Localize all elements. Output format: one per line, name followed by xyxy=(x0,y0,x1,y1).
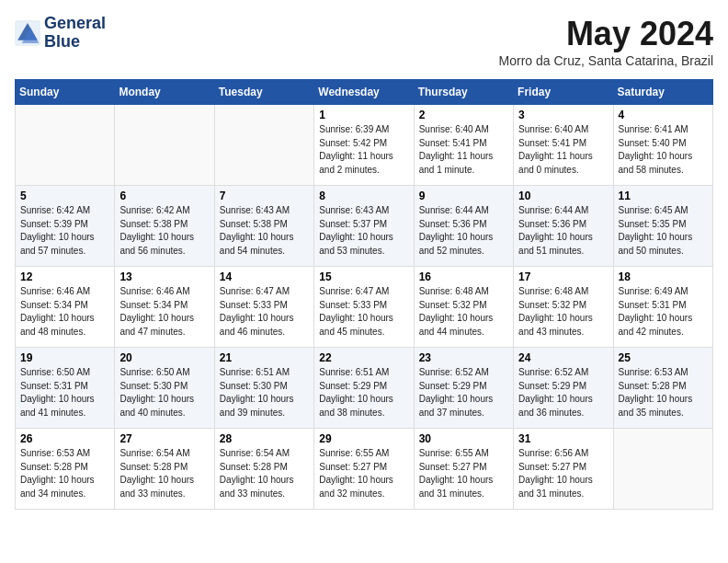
week-row: 1Sunrise: 6:39 AMSunset: 5:42 PMDaylight… xyxy=(16,105,713,186)
day-number: 24 xyxy=(518,351,608,364)
week-row: 12Sunrise: 6:46 AMSunset: 5:34 PMDayligh… xyxy=(16,267,713,348)
calendar-cell: 24Sunrise: 6:52 AMSunset: 5:29 PMDayligh… xyxy=(514,348,613,429)
day-number: 17 xyxy=(518,270,608,283)
day-number: 7 xyxy=(220,190,309,202)
day-info: Sunrise: 6:42 AMSunset: 5:39 PMDaylight:… xyxy=(20,204,109,258)
day-number: 20 xyxy=(119,351,209,364)
day-number: 23 xyxy=(419,351,508,364)
calendar-cell: 11Sunrise: 6:45 AMSunset: 5:35 PMDayligh… xyxy=(613,186,712,267)
week-row: 5Sunrise: 6:42 AMSunset: 5:39 PMDaylight… xyxy=(16,186,713,267)
day-info: Sunrise: 6:53 AMSunset: 5:28 PMDaylight:… xyxy=(20,447,109,500)
calendar-cell: 3Sunrise: 6:40 AMSunset: 5:41 PMDaylight… xyxy=(514,105,613,186)
location: Morro da Cruz, Santa Catarina, Brazil xyxy=(499,53,713,68)
calendar-cell: 14Sunrise: 6:47 AMSunset: 5:33 PMDayligh… xyxy=(214,267,313,348)
day-info: Sunrise: 6:43 AMSunset: 5:38 PMDaylight:… xyxy=(220,204,309,258)
day-info: Sunrise: 6:39 AMSunset: 5:42 PMDaylight:… xyxy=(319,123,408,177)
day-number: 30 xyxy=(419,432,508,445)
day-info: Sunrise: 6:55 AMSunset: 5:27 PMDaylight:… xyxy=(419,447,508,500)
calendar-cell xyxy=(115,105,214,186)
day-info: Sunrise: 6:53 AMSunset: 5:28 PMDaylight:… xyxy=(619,366,708,419)
week-row: 26Sunrise: 6:53 AMSunset: 5:28 PMDayligh… xyxy=(16,429,713,510)
day-info: Sunrise: 6:54 AMSunset: 5:28 PMDaylight:… xyxy=(220,447,309,500)
calendar-cell: 28Sunrise: 6:54 AMSunset: 5:28 PMDayligh… xyxy=(214,429,313,510)
day-number: 12 xyxy=(20,270,109,283)
header-row: SundayMondayTuesdayWednesdayThursdayFrid… xyxy=(16,80,713,105)
day-info: Sunrise: 6:52 AMSunset: 5:29 PMDaylight:… xyxy=(419,366,508,419)
calendar-cell: 9Sunrise: 6:44 AMSunset: 5:36 PMDaylight… xyxy=(414,186,513,267)
logo-text: General Blue xyxy=(44,15,106,52)
day-info: Sunrise: 6:52 AMSunset: 5:29 PMDaylight:… xyxy=(518,366,608,419)
calendar-cell: 22Sunrise: 6:51 AMSunset: 5:29 PMDayligh… xyxy=(314,348,414,429)
day-number: 4 xyxy=(619,109,708,121)
logo-icon xyxy=(15,20,40,46)
day-info: Sunrise: 6:44 AMSunset: 5:36 PMDaylight:… xyxy=(518,204,608,258)
calendar-cell: 17Sunrise: 6:48 AMSunset: 5:32 PMDayligh… xyxy=(514,267,613,348)
calendar-cell: 19Sunrise: 6:50 AMSunset: 5:31 PMDayligh… xyxy=(16,348,115,429)
calendar-table: SundayMondayTuesdayWednesdayThursdayFrid… xyxy=(15,79,713,510)
day-number: 18 xyxy=(619,270,708,283)
calendar-cell: 12Sunrise: 6:46 AMSunset: 5:34 PMDayligh… xyxy=(16,267,115,348)
day-number: 10 xyxy=(518,190,608,202)
calendar-cell: 10Sunrise: 6:44 AMSunset: 5:36 PMDayligh… xyxy=(514,186,613,267)
day-info: Sunrise: 6:50 AMSunset: 5:30 PMDaylight:… xyxy=(119,366,209,419)
day-number: 31 xyxy=(518,432,608,445)
day-number: 1 xyxy=(319,109,408,121)
calendar-cell: 16Sunrise: 6:48 AMSunset: 5:32 PMDayligh… xyxy=(414,267,513,348)
month-title: May 2024 xyxy=(499,15,713,53)
day-number: 22 xyxy=(319,351,408,364)
day-info: Sunrise: 6:55 AMSunset: 5:27 PMDaylight:… xyxy=(319,447,408,500)
calendar-cell: 5Sunrise: 6:42 AMSunset: 5:39 PMDaylight… xyxy=(16,186,115,267)
day-number: 27 xyxy=(119,432,209,445)
page-header: General Blue May 2024 Morro da Cruz, San… xyxy=(15,15,713,68)
day-number: 26 xyxy=(20,432,109,445)
day-number: 5 xyxy=(20,190,109,202)
day-header-thursday: Thursday xyxy=(414,80,513,105)
calendar-cell xyxy=(214,105,313,186)
calendar-cell: 1Sunrise: 6:39 AMSunset: 5:42 PMDaylight… xyxy=(314,105,414,186)
calendar-cell: 25Sunrise: 6:53 AMSunset: 5:28 PMDayligh… xyxy=(613,348,712,429)
calendar-cell xyxy=(613,429,712,510)
calendar-cell: 20Sunrise: 6:50 AMSunset: 5:30 PMDayligh… xyxy=(115,348,214,429)
day-header-friday: Friday xyxy=(514,80,613,105)
day-info: Sunrise: 6:50 AMSunset: 5:31 PMDaylight:… xyxy=(20,366,109,419)
day-header-tuesday: Tuesday xyxy=(214,80,313,105)
day-number: 15 xyxy=(319,270,408,283)
day-info: Sunrise: 6:40 AMSunset: 5:41 PMDaylight:… xyxy=(419,123,508,177)
week-row: 19Sunrise: 6:50 AMSunset: 5:31 PMDayligh… xyxy=(16,348,713,429)
day-number: 9 xyxy=(419,190,508,202)
day-info: Sunrise: 6:48 AMSunset: 5:32 PMDaylight:… xyxy=(518,285,608,339)
day-info: Sunrise: 6:56 AMSunset: 5:27 PMDaylight:… xyxy=(518,447,608,500)
day-info: Sunrise: 6:47 AMSunset: 5:33 PMDaylight:… xyxy=(220,285,309,339)
calendar-cell: 4Sunrise: 6:41 AMSunset: 5:40 PMDaylight… xyxy=(613,105,712,186)
day-info: Sunrise: 6:48 AMSunset: 5:32 PMDaylight:… xyxy=(419,285,508,339)
day-info: Sunrise: 6:45 AMSunset: 5:35 PMDaylight:… xyxy=(619,204,708,258)
day-number: 16 xyxy=(419,270,508,283)
day-info: Sunrise: 6:49 AMSunset: 5:31 PMDaylight:… xyxy=(619,285,708,339)
day-info: Sunrise: 6:40 AMSunset: 5:41 PMDaylight:… xyxy=(518,123,608,177)
calendar-cell: 23Sunrise: 6:52 AMSunset: 5:29 PMDayligh… xyxy=(414,348,513,429)
day-number: 14 xyxy=(220,270,309,283)
calendar-cell: 30Sunrise: 6:55 AMSunset: 5:27 PMDayligh… xyxy=(414,429,513,510)
calendar-cell: 6Sunrise: 6:42 AMSunset: 5:38 PMDaylight… xyxy=(115,186,214,267)
day-info: Sunrise: 6:51 AMSunset: 5:29 PMDaylight:… xyxy=(319,366,408,419)
day-header-sunday: Sunday xyxy=(16,80,115,105)
day-info: Sunrise: 6:51 AMSunset: 5:30 PMDaylight:… xyxy=(220,366,309,419)
calendar-cell: 31Sunrise: 6:56 AMSunset: 5:27 PMDayligh… xyxy=(514,429,613,510)
day-info: Sunrise: 6:42 AMSunset: 5:38 PMDaylight:… xyxy=(119,204,209,258)
day-info: Sunrise: 6:46 AMSunset: 5:34 PMDaylight:… xyxy=(20,285,109,339)
day-number: 11 xyxy=(619,190,708,202)
day-header-wednesday: Wednesday xyxy=(314,80,414,105)
day-info: Sunrise: 6:41 AMSunset: 5:40 PMDaylight:… xyxy=(619,123,708,177)
calendar-cell: 26Sunrise: 6:53 AMSunset: 5:28 PMDayligh… xyxy=(16,429,115,510)
logo: General Blue xyxy=(15,15,106,52)
calendar-cell: 29Sunrise: 6:55 AMSunset: 5:27 PMDayligh… xyxy=(314,429,414,510)
day-number: 19 xyxy=(20,351,109,364)
calendar-cell: 7Sunrise: 6:43 AMSunset: 5:38 PMDaylight… xyxy=(214,186,313,267)
calendar-cell: 2Sunrise: 6:40 AMSunset: 5:41 PMDaylight… xyxy=(414,105,513,186)
calendar-cell: 18Sunrise: 6:49 AMSunset: 5:31 PMDayligh… xyxy=(613,267,712,348)
day-number: 29 xyxy=(319,432,408,445)
day-number: 25 xyxy=(619,351,708,364)
day-header-saturday: Saturday xyxy=(613,80,712,105)
day-info: Sunrise: 6:47 AMSunset: 5:33 PMDaylight:… xyxy=(319,285,408,339)
day-number: 28 xyxy=(220,432,309,445)
